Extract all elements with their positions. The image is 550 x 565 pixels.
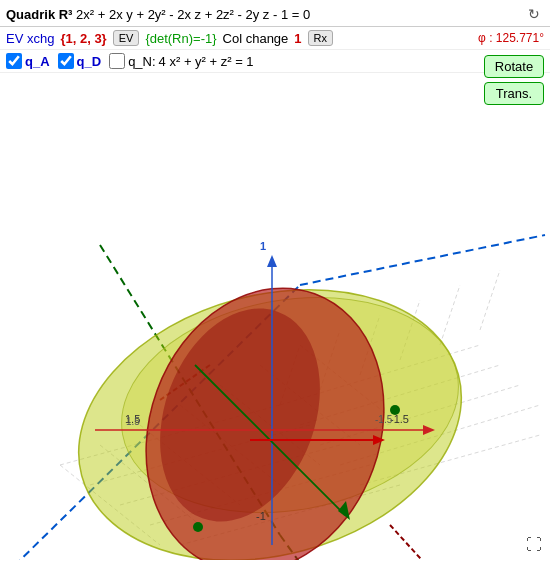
qn-equation: 4 x² + y² + z² = 1 [159,54,254,69]
phi-label: φ : 125.771° [478,31,544,45]
ev-button[interactable]: EV [113,30,140,46]
ev-label: EV xchg [6,31,54,46]
svg-text:-1.5: -1.5 [375,414,393,425]
window-title: Quadrik R³ 2x² + 2x y + 2y² - 2x z + 2z²… [6,7,520,22]
trans-button[interactable]: Trans. [484,82,544,105]
qn-checkbox[interactable] [109,53,125,69]
refresh-button[interactable]: ↻ [524,4,544,24]
col-button[interactable]: Rx [308,30,333,46]
qn-checkbox-item: q_N: 4 x² + y² + z² = 1 [109,53,253,69]
qa-checkbox-item: q_A [6,53,50,69]
qd-label: q_D [77,54,102,69]
3d-canvas[interactable]: -1 1.5 -1.5 1 -1.5 1.5 ⛶ [0,105,550,560]
row3: q_A q_D q_N: 4 x² + y² + z² = 1 [0,50,550,73]
action-buttons: Rotate Trans. [484,55,544,105]
title-equation: 2x² + 2x y + 2y² - 2x z + 2z² - 2y z - 1… [76,7,310,22]
title-quadrik: Quadrik R³ [6,7,72,22]
col-label: Col change [223,31,289,46]
svg-text:-1.5: -1.5 [390,413,409,425]
svg-text:-1: -1 [256,510,266,522]
svg-text:1.5: 1.5 [126,416,140,427]
col-value: 1 [294,31,301,46]
qd-checkbox-item: q_D [58,53,102,69]
ev-value: {1, 2, 3} [60,31,106,46]
3d-visualization: -1 1.5 -1.5 1 -1.5 1.5 [0,105,550,560]
det-label: {det(Rn)=-1} [145,31,216,46]
row2: EV xchg {1, 2, 3} EV {det(Rn)=-1} Col ch… [0,27,550,50]
qn-label: q_N: [128,54,155,69]
fullscreen-button[interactable]: ⛶ [526,536,542,554]
qa-label: q_A [25,54,50,69]
svg-text:1: 1 [260,240,266,252]
qa-checkbox[interactable] [6,53,22,69]
svg-point-44 [193,522,203,532]
rotate-button[interactable]: Rotate [484,55,544,78]
qd-checkbox[interactable] [58,53,74,69]
header: Quadrik R³ 2x² + 2x y + 2y² - 2x z + 2z²… [0,0,550,27]
